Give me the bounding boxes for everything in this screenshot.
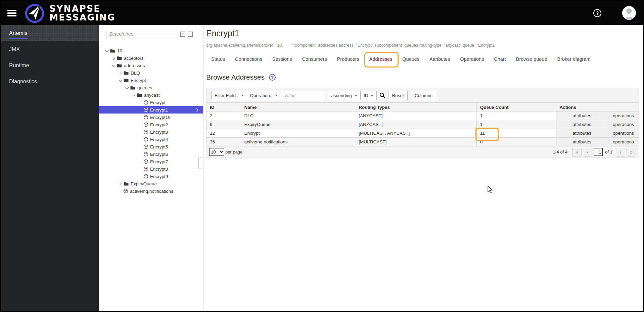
sidebar-item-jmx[interactable]: JMX (1, 41, 99, 57)
tree-node-encrypt3[interactable]: Encrypt3 (99, 128, 203, 136)
operations-button[interactable]: operations (608, 138, 639, 146)
expand-all-icon[interactable]: + (180, 32, 185, 37)
search-icon[interactable] (379, 92, 385, 98)
col-header-id[interactable]: ID (206, 103, 241, 112)
chevron-down-icon[interactable] (119, 80, 124, 81)
search-tree-input[interactable] (106, 30, 178, 38)
tree-node-encrypt10[interactable]: Encrypt10 (99, 114, 203, 121)
operation-dropdown[interactable]: Operation.. (247, 91, 281, 100)
tree-node-anycast[interactable]: anycast (99, 91, 203, 99)
operations-button[interactable]: operations (608, 120, 639, 129)
sort-by-label: ID (364, 93, 368, 98)
attributes-button[interactable]: attributes (556, 112, 608, 120)
last-page-button[interactable]: » (627, 148, 636, 157)
tree-node-encrypt1[interactable]: Encrypt1 (99, 106, 203, 114)
attributes-button[interactable]: attributes (556, 138, 608, 146)
tab-browse-queue[interactable]: Browse queue (511, 53, 552, 65)
tab-operations[interactable]: Operations (455, 53, 489, 65)
reset-button[interactable]: Reset (388, 91, 407, 100)
tab-attributes[interactable]: Attributes (424, 53, 455, 65)
folder-icon (117, 56, 122, 60)
tree-node-encrypt7[interactable]: Encrypt7 (99, 158, 203, 165)
chevron-right-icon[interactable] (119, 183, 124, 185)
chevron-down-icon[interactable] (126, 87, 130, 89)
chevron-down-icon[interactable] (132, 94, 137, 96)
tree-node-dlq[interactable]: DLQ (99, 69, 203, 77)
cell-name: DLQ (241, 112, 355, 120)
tab-broker-diagram[interactable]: Broker diagram (552, 53, 595, 65)
first-page-button[interactable]: « (572, 148, 582, 157)
tree-node-label: queues (137, 85, 152, 90)
cell-name: activemq.notifications (241, 138, 355, 146)
page-size-select[interactable]: 10 (209, 148, 224, 156)
tree-node-activemq-notifications[interactable]: activemq.notifications (99, 187, 203, 195)
tree-node-encrypt9[interactable]: Encrypt9 (99, 173, 203, 180)
tree-node-queues[interactable]: queues (99, 84, 203, 91)
tree-node-addresses[interactable]: addresses (99, 62, 203, 69)
queue-cube-icon (124, 189, 128, 193)
tab-connections[interactable]: Connections (230, 53, 267, 65)
tab-bar: StatusConnectionsSessionsConsumersProduc… (206, 53, 639, 65)
tree-node-encrypt[interactable]: Encrypt (99, 77, 203, 84)
sort-order-dropdown[interactable]: ascending (328, 91, 361, 100)
tree-node-encrypt6[interactable]: Encrypt6 (99, 150, 203, 158)
operations-button[interactable]: operations (608, 112, 639, 120)
sidebar-item-artemis[interactable]: Artemis (1, 25, 99, 41)
filter-value-input[interactable] (281, 91, 325, 100)
tab-consumers[interactable]: Consumers (297, 53, 332, 65)
chevron-right-icon[interactable] (119, 72, 124, 74)
queue-cube-icon (144, 115, 148, 120)
filter-field-dropdown[interactable]: Filter Field.. (211, 91, 247, 100)
sort-by-dropdown[interactable]: ID (361, 91, 377, 100)
tree-node-10[interactable]: 10. (99, 47, 203, 54)
tree-node-encrypt5[interactable]: Encrypt5 (99, 143, 203, 150)
sidebar-item-diagnostics[interactable]: Diagnostics (1, 74, 99, 90)
cell-id: 36 (206, 138, 241, 146)
current-page-input[interactable] (594, 148, 603, 156)
tab-producers[interactable]: Producers (332, 53, 364, 65)
tree-node-encrypt2[interactable]: Encrypt2 (99, 121, 203, 128)
cell-routing-types: [ANYCAST] (355, 120, 476, 129)
chevron-down-icon[interactable] (105, 50, 110, 52)
tab-queues[interactable]: Queues (397, 53, 424, 65)
prev-page-button[interactable]: ‹ (583, 148, 592, 157)
operations-button[interactable]: operations (608, 129, 639, 138)
attributes-button[interactable]: attributes (556, 129, 608, 138)
table-row: 36activemq.notifications[MULTICAST]0attr… (206, 138, 639, 146)
col-header-queue-count[interactable]: Queue Count (476, 103, 556, 112)
cell-name: ExpiryQueue (241, 120, 355, 129)
chevron-down-icon[interactable] (112, 65, 117, 66)
col-header-name[interactable]: Name (241, 103, 355, 112)
collapse-all-icon[interactable]: − (188, 32, 193, 37)
tree-toolbar: + − (99, 25, 203, 38)
chevron-right-icon[interactable] (112, 57, 117, 59)
section-help-icon[interactable]: ? (269, 74, 276, 81)
hamburger-menu-icon[interactable] (7, 8, 16, 18)
tree-node-label: Encrypt5 (150, 144, 168, 149)
col-header-routing-types[interactable]: Routing Types (355, 103, 476, 112)
columns-button[interactable]: Columns (411, 91, 436, 100)
help-icon[interactable]: ? (593, 9, 601, 17)
next-page-button[interactable]: › (616, 148, 625, 157)
tree-node-encrypt4[interactable]: Encrypt4 (99, 136, 203, 143)
avatar[interactable] (622, 6, 636, 20)
tab-status[interactable]: Status (206, 53, 230, 65)
tree-node-encrypt8[interactable]: Encrypt8 (99, 165, 203, 173)
tab-chart[interactable]: Chart (489, 53, 511, 65)
cell-queue-count: 1 (476, 112, 556, 120)
folder-icon (110, 49, 115, 53)
addresses-table-body: 2DLQ[ANYCAST]1attributesoperations6Expir… (206, 112, 639, 146)
tree-node-label: Encrypt8 (150, 167, 168, 172)
tab-sessions[interactable]: Sessions (267, 53, 297, 65)
tree-node-acceptors[interactable]: acceptors (99, 54, 203, 62)
sidebar-item-runtime[interactable]: Runtime (1, 57, 99, 74)
tree-node-encrypt[interactable]: Encrypt (99, 99, 203, 106)
scrollbar-thumb[interactable] (198, 158, 202, 169)
tab-addresses[interactable]: Addresses (364, 53, 398, 65)
tree-node-label: Encrypt1 (150, 107, 168, 113)
queue-cube-icon (144, 159, 148, 164)
attributes-button[interactable]: attributes (556, 120, 608, 129)
per-page-label: per page (225, 149, 242, 154)
table-row: 12Encrypt[MULTICAST, ANYCAST]11attribute… (206, 129, 639, 138)
tree-node-expiryqueue[interactable]: ExpiryQueue (99, 180, 203, 187)
